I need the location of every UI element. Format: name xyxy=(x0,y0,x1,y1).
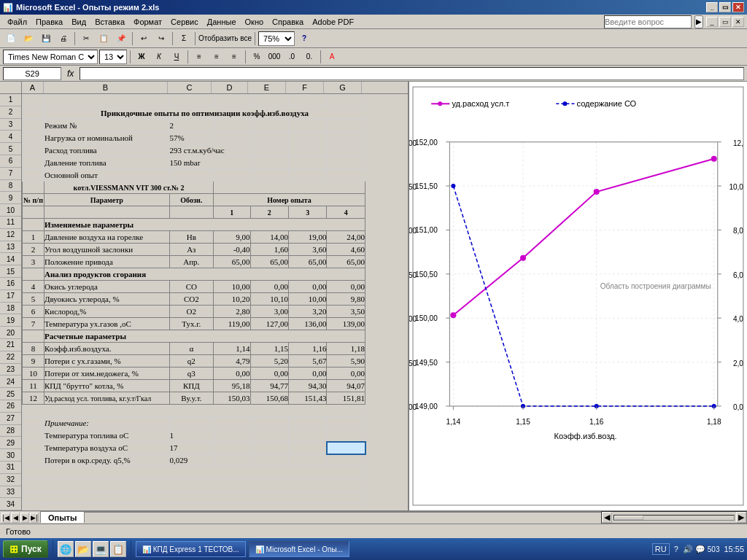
restore-button[interactable]: ▭ xyxy=(719,2,731,12)
copy-button[interactable]: 📋 xyxy=(96,31,112,47)
menu-help[interactable]: Справка xyxy=(268,16,308,28)
bold-button[interactable]: Ж xyxy=(133,49,150,65)
col-header-c[interactable]: C xyxy=(168,82,212,93)
quick-launch-4[interactable]: 📋 xyxy=(110,541,126,557)
scroll-left-button[interactable]: ◀ xyxy=(602,512,612,523)
scroll-right-button[interactable]: ▶ xyxy=(736,512,746,523)
row-num-29[interactable]: 29 xyxy=(0,437,21,449)
row-num-13[interactable]: 13 xyxy=(0,241,21,254)
sheet-nav-prev[interactable]: ◀ xyxy=(11,513,20,523)
taskbar-item-kpd[interactable]: 📊 КПД Express 1 ТЕСТОВ... xyxy=(136,541,246,557)
menu-data[interactable]: Данные xyxy=(203,16,241,28)
row-num-34[interactable]: 34 xyxy=(0,498,21,510)
sum-button[interactable]: Σ xyxy=(176,31,192,47)
row-num-27[interactable]: 27 xyxy=(0,413,21,425)
thousands-button[interactable]: 000 xyxy=(266,49,282,65)
font-size-select[interactable]: 13 xyxy=(99,50,127,64)
col-header-g[interactable]: G xyxy=(324,82,362,93)
col-header-b[interactable]: B xyxy=(44,82,168,93)
row-num-22[interactable]: 22 xyxy=(0,351,21,364)
row-num-6[interactable]: 6 xyxy=(0,155,21,168)
col-header-f[interactable]: F xyxy=(286,82,324,93)
font-color-button[interactable]: A xyxy=(324,49,340,65)
decrease-decimal-button[interactable]: 0. xyxy=(301,49,317,65)
undo-button[interactable]: ↩ xyxy=(136,31,152,47)
sheet-nav-first[interactable]: |◀ xyxy=(1,513,10,523)
menu-pdf[interactable]: Adobe PDF xyxy=(308,16,358,28)
close-button[interactable]: ✕ xyxy=(732,2,744,12)
open-button[interactable]: 📂 xyxy=(20,31,36,47)
increase-decimal-button[interactable]: .0 xyxy=(284,49,300,65)
row-num-8[interactable]: 8 xyxy=(0,180,21,192)
row-num-3[interactable]: 3 xyxy=(0,119,21,131)
row-num-25[interactable]: 25 xyxy=(0,388,21,400)
italic-button[interactable]: К xyxy=(151,49,167,65)
row-num-1[interactable]: 1 xyxy=(0,94,21,106)
row-num-5[interactable]: 5 xyxy=(0,143,21,155)
formula-input[interactable] xyxy=(80,67,744,80)
menu-insert[interactable]: Вставка xyxy=(90,16,129,28)
row-num-33[interactable]: 33 xyxy=(0,486,21,499)
row-num-9[interactable]: 9 xyxy=(0,192,21,204)
align-center-button[interactable]: ≡ xyxy=(209,49,225,65)
sheet-nav-last[interactable]: ▶| xyxy=(30,513,39,523)
print-button[interactable]: 🖨 xyxy=(55,31,71,47)
percent-button[interactable]: % xyxy=(249,49,265,65)
row-num-14[interactable]: 14 xyxy=(0,253,21,265)
menu-window[interactable]: Окно xyxy=(241,16,268,28)
new-button[interactable]: 📄 xyxy=(3,31,19,47)
help-search-button[interactable]: ▶ xyxy=(694,15,703,28)
font-name-select[interactable]: Times New Roman Cyr xyxy=(3,50,98,64)
save-button[interactable]: 💾 xyxy=(38,31,54,47)
horizontal-scrollbar[interactable] xyxy=(614,515,735,521)
menu-tools[interactable]: Сервис xyxy=(166,16,203,28)
row-num-28[interactable]: 28 xyxy=(0,425,21,438)
cell-reference-box[interactable]: S29 xyxy=(3,67,61,80)
paste-button[interactable]: 📌 xyxy=(113,31,129,47)
row-num-24[interactable]: 24 xyxy=(0,376,21,388)
quick-launch-2[interactable]: 📂 xyxy=(75,541,91,557)
taskbar-item-excel[interactable]: 📊 Microsoft Excel - Опы... xyxy=(249,541,349,557)
help-button[interactable]: ? xyxy=(296,31,312,47)
row-num-30[interactable]: 30 xyxy=(0,449,21,462)
row-num-21[interactable]: 21 xyxy=(0,339,21,351)
menu-format[interactable]: Формат xyxy=(129,16,166,28)
row-num-23[interactable]: 23 xyxy=(0,364,21,376)
row-num-18[interactable]: 18 xyxy=(0,303,21,315)
help-search-input[interactable] xyxy=(604,15,692,28)
redo-button[interactable]: ↪ xyxy=(153,31,169,47)
chart-container[interactable]: уд.расход усл.т содержание СО 152,00 151… xyxy=(409,82,747,510)
start-button[interactable]: ⊞ Пуск xyxy=(3,540,48,558)
menu-edit[interactable]: Правка xyxy=(31,16,67,28)
help-icon[interactable]: ? xyxy=(674,545,678,553)
row-num-11[interactable]: 11 xyxy=(0,217,21,229)
align-left-button[interactable]: ≡ xyxy=(191,49,207,65)
row-num-15[interactable]: 15 xyxy=(0,265,21,278)
col-header-d[interactable]: D xyxy=(212,82,248,93)
row-num-12[interactable]: 12 xyxy=(0,229,21,241)
col-header-e[interactable]: E xyxy=(248,82,286,93)
close-btn2[interactable]: ✕ xyxy=(732,17,744,27)
align-right-button[interactable]: ≡ xyxy=(226,49,242,65)
row-num-4[interactable]: 4 xyxy=(0,131,21,143)
sheet-nav-next[interactable]: ▶ xyxy=(20,513,29,523)
menu-view[interactable]: Вид xyxy=(67,16,90,28)
language-indicator[interactable]: RU xyxy=(652,543,670,555)
quick-launch-3[interactable]: 💻 xyxy=(93,541,109,557)
sheet-tab-opyt[interactable]: Опыты xyxy=(40,511,85,523)
row-num-7[interactable]: 7 xyxy=(0,168,21,180)
row-num-17[interactable]: 17 xyxy=(0,290,21,303)
row-num-19[interactable]: 19 xyxy=(0,314,21,327)
row-num-16[interactable]: 16 xyxy=(0,278,21,290)
quick-launch-ie[interactable]: 🌐 xyxy=(58,541,74,557)
row-num-2[interactable]: 2 xyxy=(0,106,21,119)
menu-file[interactable]: Файл xyxy=(3,16,31,28)
cut-button[interactable]: ✂ xyxy=(78,31,94,47)
row-num-31[interactable]: 31 xyxy=(0,462,21,474)
restore-btn2[interactable]: ▭ xyxy=(719,17,731,27)
min-btn2[interactable]: _ xyxy=(706,17,718,27)
row-num-20[interactable]: 20 xyxy=(0,327,21,339)
underline-button[interactable]: Ч xyxy=(169,49,185,65)
row-num-26[interactable]: 26 xyxy=(0,400,21,413)
row-num-32[interactable]: 32 xyxy=(0,474,21,486)
